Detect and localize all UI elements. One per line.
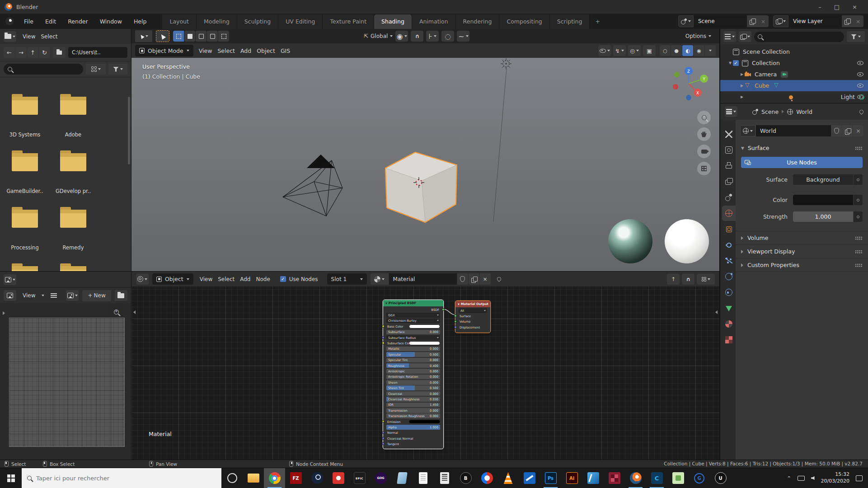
parent-node-tree-button[interactable]: ↑ [667,274,680,285]
taskbar-app[interactable] [519,468,540,488]
node-row[interactable]: Specular Tint 0.000 [386,358,440,363]
outliner-search-input[interactable] [765,34,840,40]
node-row[interactable]: Clearcoat 0.000 [386,391,440,396]
outliner-filter-button[interactable] [847,31,865,42]
taskbar-app[interactable] [221,468,243,488]
menu-item[interactable]: Render [62,18,94,25]
object-name[interactable]: Scene Collection [743,48,790,55]
menu-item[interactable]: Window [94,18,128,25]
node-row[interactable]: Emission [386,419,440,424]
outliner-row[interactable]: ✓ Scene Collection [720,46,868,57]
node-socket[interactable] [454,320,457,323]
new-view-layer-button[interactable] [842,15,853,27]
snap-node-button[interactable]: ∩ [682,274,694,285]
light-gizmo[interactable] [501,58,511,69]
blender-menu-icon[interactable] [5,17,14,25]
workspace-tab[interactable]: Scripting [550,14,590,29]
node-row[interactable]: Transmission 0.000 [386,408,440,413]
back-button[interactable]: ← [4,47,15,58]
visibility-eye-icon[interactable] [857,95,863,99]
minimize-button[interactable]: – [818,4,821,10]
node-header[interactable]: ▼Principled BSDF [383,300,443,306]
zoom-view-button[interactable] [697,111,711,124]
collapse-node-icon[interactable]: ▼ [385,302,387,305]
node-socket[interactable] [442,308,445,311]
new-scene-button[interactable] [747,15,758,27]
unlink-material-button[interactable]: × [480,273,491,285]
taskbar-app[interactable] [264,468,285,488]
slot-dropdown[interactable]: Slot 1 [327,273,367,285]
taskbar-app[interactable] [434,468,455,488]
taskbar-app[interactable] [604,468,625,488]
node-socket[interactable] [454,314,457,317]
open-image-button[interactable] [115,290,127,301]
menu-item[interactable]: Select [215,276,237,282]
taskbar-app[interactable]: U [710,468,731,488]
delete-view-layer-button[interactable]: × [853,15,863,27]
editor-type-button[interactable] [4,290,16,301]
node-socket[interactable] [382,437,385,440]
up-button[interactable]: ↑ [27,47,38,58]
visibility-eye-icon[interactable] [857,72,863,76]
editor-type-button[interactable] [4,31,16,42]
node-row[interactable]: Transmission Roughness 0.000 [386,413,440,418]
fake-user-button[interactable] [457,273,468,285]
taskbar-app[interactable] [582,468,604,488]
taskbar-app[interactable]: G [689,468,710,488]
pan-view-button[interactable] [697,127,711,141]
refresh-button[interactable]: ↻ [39,47,50,58]
active-tool-button[interactable] [4,274,16,285]
add-workspace-button[interactable]: + [590,14,605,28]
properties-tab[interactable] [722,127,736,142]
notifications-icon[interactable] [856,475,863,481]
color-swatch[interactable] [409,420,440,424]
node-row[interactable]: Surface [459,314,487,319]
axis-neg-z-ball[interactable] [686,95,691,100]
workspace-tab[interactable]: UV Editing [278,14,323,29]
browse-world-button[interactable] [740,125,755,136]
filter-button[interactable] [108,64,127,75]
panel-grip-icon[interactable] [855,236,863,240]
panel-grip-icon[interactable] [855,146,863,150]
camera-object[interactable] [283,155,343,216]
taskbar-app[interactable]: EPIC [349,468,370,488]
node-row[interactable]: Sheen 0.000 [386,380,440,385]
material-output-node[interactable]: ▼Material Output All Surface [455,301,490,333]
animate-dot-button[interactable] [854,174,863,185]
properties-tab[interactable] [722,190,736,205]
node-header[interactable]: ▼Material Output [455,301,490,307]
node-socket[interactable] [382,442,385,445]
node-row[interactable]: Alpha 1.000 [386,425,440,430]
properties-tab[interactable] [722,237,736,253]
material-name-field[interactable]: Material [389,273,457,285]
taskbar-app[interactable] [306,468,328,488]
node-row[interactable]: Roughness 0.400 [386,363,440,368]
camera-view-button[interactable] [697,145,711,158]
navigation-gizmo[interactable]: Z Y X [673,67,708,100]
clock[interactable]: 15:32 20/03/2020 [821,471,849,485]
node-row[interactable]: Subsurface Color [386,341,440,346]
object-name[interactable]: Camera [755,71,777,78]
taskbar-search-input[interactable] [36,475,216,482]
node-row[interactable]: Subsurface 0.000 [386,330,440,335]
taskbar-app[interactable] [625,468,646,488]
node-row[interactable]: Anisotropic Rotation 0.000 [386,375,440,380]
menu-item[interactable]: Select [38,33,60,40]
axis-neg-x-ball[interactable] [673,84,678,89]
new-material-button[interactable] [469,273,479,285]
strength-slider[interactable]: 1.000 [793,211,853,222]
folder-item[interactable]: 3D Systems [12,94,60,150]
scrollbar[interactable] [128,97,130,164]
visibility-eye-icon[interactable] [857,61,863,65]
folder-item[interactable]: Adobe [60,94,108,150]
editor-type-button[interactable] [723,31,736,42]
expand-icon[interactable]: ▼ [727,61,733,65]
properties-tab[interactable] [722,174,736,189]
properties-tab[interactable] [722,332,736,347]
outliner-row[interactable]: ▶ ✓ Camera [720,69,868,80]
node-socket[interactable] [382,432,385,434]
zoom-gizmo-button[interactable] [109,305,123,319]
folder-item[interactable] [60,263,108,271]
node-socket[interactable] [382,336,385,339]
animate-dot-button[interactable] [854,195,863,205]
